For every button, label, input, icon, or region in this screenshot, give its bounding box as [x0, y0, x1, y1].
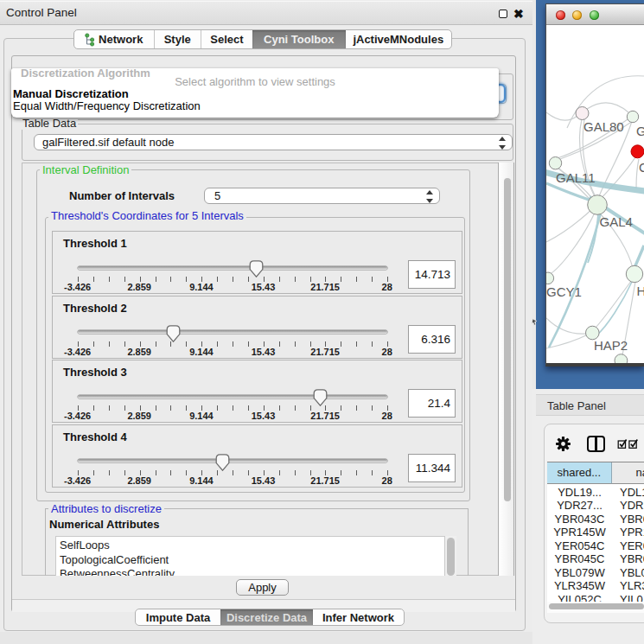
svg-text:GAL4: GAL4 [600, 214, 633, 229]
svg-text:GCY1: GCY1 [546, 284, 582, 299]
svg-text:HAP2: HAP2 [594, 338, 628, 353]
svg-text:GAL80: GAL80 [583, 119, 624, 134]
svg-text:GAL11: GAL11 [556, 170, 596, 185]
svg-text:GA: GA [636, 124, 644, 138]
svg-text:H: H [637, 284, 644, 298]
svg-text:C: C [639, 160, 644, 175]
